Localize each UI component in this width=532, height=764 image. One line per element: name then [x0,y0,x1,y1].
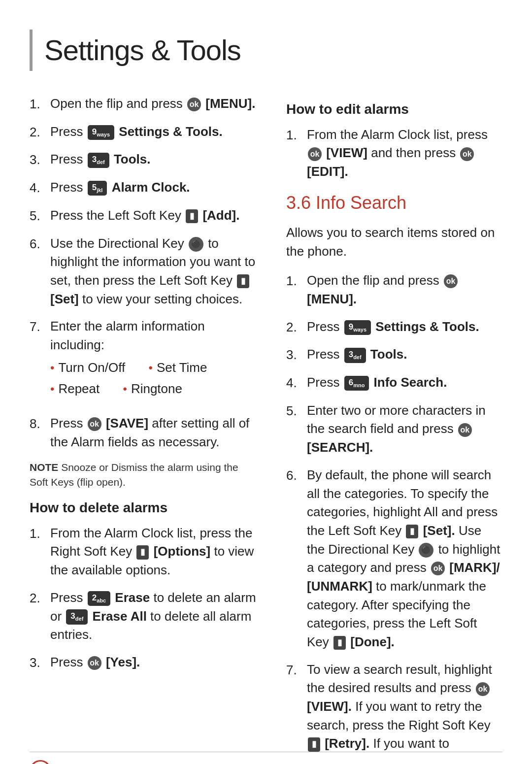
list-item: Press 3def Tools. [30,150,257,169]
rsk2-icon: ▮ [308,737,320,752]
9ways-icon: 9ways [88,125,114,140]
ok-icon5: ok [460,147,474,161]
bullet-item: Turn On/Off [50,359,125,377]
footer: LG LG | EXALT™ 50 [30,752,502,764]
list-item: Press 9ways Settings & Tools. [286,318,502,337]
bullet-item: Set Time [148,359,207,377]
page: Settings & Tools Open the flip and press… [0,0,532,764]
list-item: Press 3def Tools. [286,345,502,365]
3def2-icon: 3def [66,609,88,624]
list-item: Open the flip and press ok [MENU]. [286,271,502,308]
bullet-item: Repeat [50,380,100,399]
info-search-steps-list: Open the flip and press ok [MENU]. Press… [286,271,502,753]
rsk-icon: ▮ [136,545,149,560]
list-item: Press 5jkl Alarm Clock. [30,178,257,198]
delete-steps-list: From the Alarm Clock list, press the Rig… [30,524,257,672]
list-item: Press 9ways Settings & Tools. [30,123,257,142]
lsk3-icon: ▮ [406,525,418,539]
ok-icon4: ok [308,147,322,161]
page-title: Settings & Tools [44,30,502,71]
footer-pipe: | [89,762,92,764]
info-search-description: Allows you to search items stored on the… [286,224,502,261]
9ways2-icon: 9ways [344,320,371,335]
ok-icon9: ok [476,682,490,696]
6mno-icon: 6mno [344,376,369,391]
3def-icon: 3def [88,153,109,167]
right-column: How to edit alarms From the Alarm Clock … [286,95,502,762]
left-column: Open the flip and press ok [MENU]. Press… [30,95,257,762]
list-item: Open the flip and press ok [MENU]. [30,95,257,114]
two-column-layout: Open the flip and press ok [MENU]. Press… [30,95,502,762]
list-item: Press ok [SAVE] after setting all of the… [30,414,257,451]
info-search-heading: 3.6 Info Search [286,190,502,216]
note-label: NOTE [30,462,58,473]
title-block: Settings & Tools [30,30,502,71]
list-item: Enter the alarm information including: T… [30,317,257,405]
edit-steps-list: From the Alarm Clock list, press ok [VIE… [286,126,502,181]
list-item: By default, the phone will search all th… [286,466,502,652]
footer-logo: LG [30,760,51,764]
2abc-icon: 2abc [88,591,110,606]
list-item: Press 6mno Info Search. [286,373,502,393]
ok-icon6: ok [444,274,458,288]
dir2-icon: ⚫ [419,543,433,558]
lsk-icon: ▮ [186,209,198,224]
lsk2-icon: ▮ [237,274,249,289]
note-block: NOTE Snooze or Dismiss the alarm using t… [30,460,257,489]
ok-icon7: ok [458,423,472,437]
lg-logo: LG [30,760,51,764]
how-to-delete-heading: How to delete alarms [30,498,257,518]
dir-icon: ⚫ [189,237,203,252]
how-to-edit-heading: How to edit alarms [286,100,502,120]
3def3-icon: 3def [344,348,366,363]
bullet-list: Turn On/Off Set Time Repeat Ringtone [50,359,257,401]
list-item: From the Alarm Clock list, press ok [VIE… [286,126,502,181]
lsk4-icon: ▮ [333,636,346,650]
footer-page-number: 50 [488,762,502,764]
list-item: Enter two or more characters in the sear… [286,401,502,457]
ok-icon: ok [187,98,201,111]
main-steps-list: Open the flip and press ok [MENU]. Press… [30,95,257,451]
list-item: Press ok [Yes]. [30,653,257,672]
ok-icon8: ok [431,562,445,575]
list-item: To view a search result, highlight the d… [286,661,502,753]
ok-icon3: ok [88,656,101,670]
footer-brand: LG [60,762,80,764]
list-item: Press the Left Soft Key ▮ [Add]. [30,206,257,226]
5jkl-icon: 5jkl [88,181,107,196]
ok-icon2: ok [88,417,101,431]
list-item: Use the Directional Key ⚫ to highlight t… [30,234,257,309]
list-item: Press 2abc Erase to delete an alarm or 3… [30,589,257,644]
bullet-item: Ringtone [123,380,182,399]
list-item: From the Alarm Clock list, press the Rig… [30,524,257,580]
